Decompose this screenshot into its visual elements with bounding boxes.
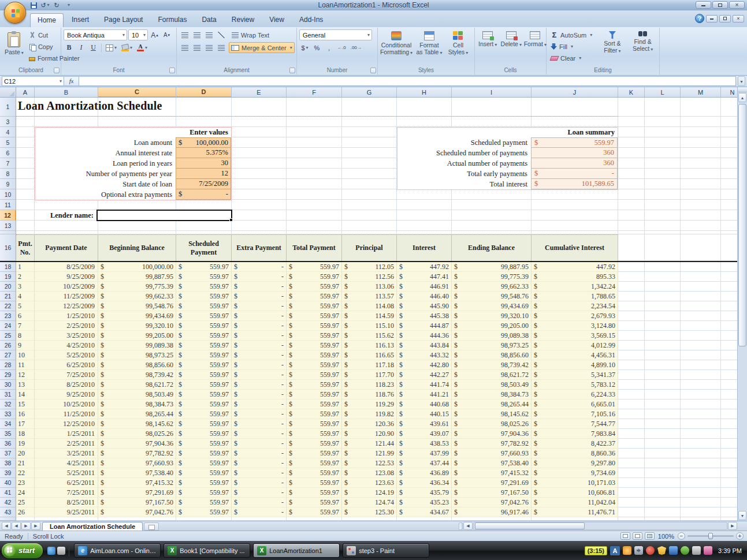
cell[interactable]: $97,782.92	[98, 449, 176, 458]
cell[interactable]: $-	[232, 350, 287, 360]
active-cell-selection[interactable]	[96, 210, 232, 221]
cell[interactable]: 4/25/2010	[35, 341, 98, 350]
zoom-level[interactable]: 100%	[658, 533, 674, 540]
number-dialog-launcher[interactable]	[370, 68, 376, 73]
cell[interactable]	[681, 158, 721, 169]
vertical-scrollbar-thumb[interactable]	[738, 104, 746, 346]
cell[interactable]: $98,265.44	[98, 409, 176, 419]
cell[interactable]	[232, 200, 287, 210]
scroll-left-arrow[interactable]: ◀	[463, 522, 473, 530]
cell[interactable]	[721, 478, 737, 488]
zoom-slider-thumb[interactable]	[708, 533, 713, 539]
cell[interactable]: $559.97	[176, 419, 232, 429]
taskbar-item-aimloan[interactable]: eAimLoan.com - Online...	[74, 543, 161, 558]
cell[interactable]	[618, 321, 645, 331]
cell[interactable]	[645, 169, 681, 179]
cell[interactable]	[35, 200, 98, 210]
row-header[interactable]: 22	[0, 301, 16, 311]
cell[interactable]	[721, 400, 737, 409]
cell[interactable]	[532, 200, 618, 210]
cell[interactable]	[721, 370, 737, 380]
cell[interactable]: $98,973.25	[452, 341, 532, 350]
underline-button[interactable]: U	[88, 42, 99, 53]
cell[interactable]	[681, 210, 721, 221]
cell[interactable]	[176, 200, 232, 210]
cell[interactable]	[342, 117, 397, 127]
cell[interactable]: $97,291.69	[98, 488, 176, 498]
row-header[interactable]: 27	[0, 350, 16, 360]
table-column-header[interactable]: Total Payment	[287, 235, 342, 261]
cell[interactable]: $559.97	[287, 507, 342, 517]
cell[interactable]	[342, 158, 397, 169]
cell[interactable]	[645, 507, 681, 517]
cell[interactable]	[681, 360, 721, 370]
zoom-slider[interactable]	[687, 535, 734, 537]
cell[interactable]	[618, 331, 645, 341]
cell[interactable]: $559.97	[287, 390, 342, 400]
cell[interactable]: $436.89	[397, 468, 452, 478]
cell[interactable]: $559.97	[287, 311, 342, 321]
insert-cells-button[interactable]: Insert▾	[477, 29, 498, 49]
cell[interactable]: $123.08	[342, 468, 397, 478]
column-header[interactable]: K	[618, 87, 645, 98]
font-dialog-launcher[interactable]	[169, 68, 175, 73]
cell[interactable]	[618, 370, 645, 380]
column-header[interactable]: F	[287, 87, 342, 98]
cell[interactable]	[287, 98, 342, 117]
cell[interactable]: $5,783.12	[532, 380, 618, 390]
cell[interactable]: $-	[232, 468, 287, 478]
cell[interactable]: $447.92	[532, 262, 618, 272]
cell[interactable]	[681, 98, 721, 117]
cell[interactable]	[681, 429, 721, 439]
cell[interactable]: 18	[16, 429, 35, 439]
cell[interactable]: $98,856.60	[452, 350, 532, 360]
cell[interactable]	[645, 400, 681, 409]
cell[interactable]: $-	[232, 390, 287, 400]
cell[interactable]	[721, 350, 737, 360]
cell[interactable]: $435.79	[397, 488, 452, 498]
tab-data[interactable]: Data	[195, 13, 223, 27]
cell[interactable]	[532, 221, 618, 231]
previous-sheet-button[interactable]: ◀	[12, 522, 21, 530]
wrap-text-button[interactable]: Wrap Text	[230, 29, 271, 40]
cell[interactable]: 22	[16, 468, 35, 478]
help-button[interactable]: ?	[695, 14, 704, 23]
cell[interactable]: $437.44	[397, 458, 452, 468]
cell[interactable]	[681, 148, 721, 158]
cell[interactable]	[618, 400, 645, 409]
cell[interactable]: 16	[16, 409, 35, 419]
cell[interactable]: $98,384.73	[452, 390, 532, 400]
clear-button[interactable]: Clear▾	[549, 53, 596, 64]
row-header[interactable]: 43	[0, 507, 16, 517]
row-header[interactable]: 4	[0, 127, 16, 137]
cell[interactable]	[645, 449, 681, 458]
row-header[interactable]: 24	[0, 321, 16, 331]
horizontal-scrollbar[interactable]	[473, 522, 727, 530]
cell[interactable]: $559.97	[287, 488, 342, 498]
cell[interactable]	[342, 98, 397, 117]
cell[interactable]: $99,662.33	[98, 292, 176, 301]
cell[interactable]	[287, 169, 342, 179]
cell[interactable]: $559.97	[287, 400, 342, 409]
row-header[interactable]: 9	[0, 179, 16, 189]
cell[interactable]	[342, 169, 397, 179]
cell[interactable]	[232, 98, 287, 117]
cell[interactable]: 7/25/2011	[35, 488, 98, 498]
cell[interactable]	[16, 169, 35, 179]
cell[interactable]	[721, 200, 737, 210]
cell[interactable]: 10/25/2010	[35, 400, 98, 409]
interest-rate-label-cell[interactable]: Annual interest rate	[35, 148, 176, 158]
cell[interactable]: $119.82	[342, 409, 397, 419]
table-column-header[interactable]: Ending Balance	[452, 235, 532, 261]
cell[interactable]	[681, 390, 721, 400]
decrease-decimal-button[interactable]: .00→	[349, 42, 363, 53]
cell[interactable]	[681, 331, 721, 341]
cell[interactable]: $10,606.81	[532, 488, 618, 498]
sheet-tab-loan-amortization-schedule[interactable]: Loan Amortization Schedule	[42, 522, 143, 531]
zoom-out-button[interactable]: −	[678, 532, 685, 540]
cell[interactable]	[532, 98, 618, 117]
tab-view[interactable]: View	[262, 13, 291, 27]
cell[interactable]	[721, 179, 737, 189]
row-header[interactable]: 32	[0, 400, 16, 409]
cell[interactable]: $-	[232, 331, 287, 341]
